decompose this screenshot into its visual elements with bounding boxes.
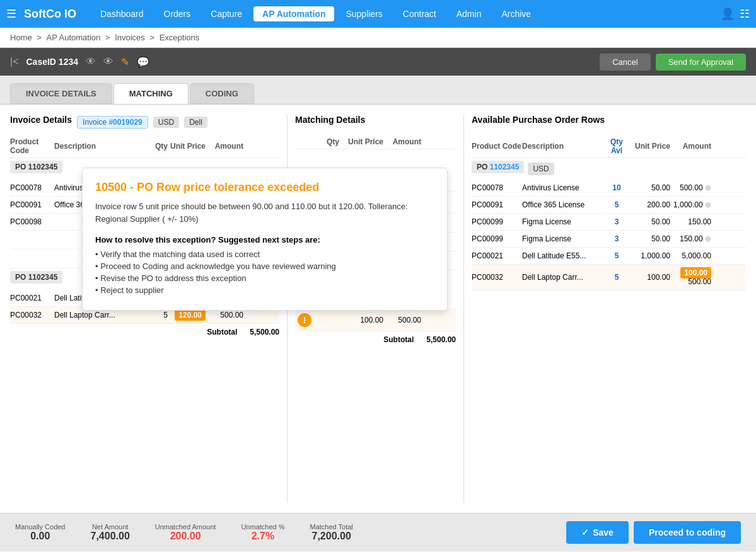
save-button[interactable]: ✓ Save	[566, 521, 629, 544]
nav-dashboard[interactable]: Dashboard	[91, 6, 153, 21]
case-id: CaseID 1234	[26, 57, 79, 67]
nav-admin[interactable]: Admin	[448, 6, 491, 21]
nav-capture[interactable]: Capture	[202, 6, 251, 21]
tab-coding[interactable]: CODING	[190, 83, 254, 104]
subtotal-value: 5,500.00	[250, 328, 279, 336]
net-amount-label: Net Amount	[91, 523, 130, 531]
breadcrumb-sep3: >	[149, 33, 156, 42]
col-m-up: Unit Price	[339, 137, 383, 146]
unmatched-pct-label: Unmatched %	[241, 523, 284, 531]
proceed-to-coding-button[interactable]: Proceed to coding	[634, 521, 741, 544]
po-tag-2: PO 1102345	[10, 271, 62, 284]
available-price-highlight: 100.00	[680, 267, 711, 279]
tooltip-step: Proceed to Coding and acknowledge you ha…	[95, 262, 434, 271]
breadcrumb-ap[interactable]: AP Automation	[47, 33, 101, 42]
stat-manually-coded: Manually Coded 0.00	[15, 523, 66, 542]
stat-unmatched-amount: Unmatched Amount 200.00	[155, 523, 216, 542]
breadcrumb: Home > AP Automation > Invoices > Except…	[0, 28, 756, 48]
eye-icon2[interactable]: 👁	[103, 56, 113, 67]
matching-section-header: Matching Details	[295, 115, 456, 130]
matching-section-title: Matching Details	[295, 115, 365, 125]
subtotal-label: Subtotal	[207, 328, 237, 336]
bottom-bar: Manually Coded 0.00 Net Amount 7,400.00 …	[0, 513, 756, 551]
invoice-section-header: Invoice Details Invoice #0019029 USD Del…	[10, 115, 279, 130]
warning-icon[interactable]: !	[298, 313, 311, 327]
col-amount: Amount	[206, 142, 243, 151]
matching-spacer	[295, 149, 456, 170]
user-icon[interactable]: 👤	[721, 7, 735, 21]
invoice-num: #0019029	[108, 118, 142, 127]
col-av-amt: Amount	[670, 142, 711, 151]
breadcrumb-home[interactable]: Home	[10, 33, 32, 42]
unmatched-pct-value: 2.7%	[241, 531, 284, 542]
tooltip-step: Verify that the matching data used is co…	[95, 250, 434, 259]
nav-archive[interactable]: Archive	[492, 6, 540, 21]
col-description: Description	[54, 142, 142, 151]
cancel-button[interactable]: Cancel	[600, 54, 650, 71]
case-header-actions: Cancel Send for Approval	[600, 54, 746, 71]
tooltip-steps-list: Verify that the matching data used is co…	[95, 250, 434, 295]
breadcrumb-sep1: >	[37, 33, 44, 42]
invoice-table-header: Product Code Description Qty Unit Price …	[10, 135, 279, 158]
breadcrumb-sep2: >	[105, 33, 112, 42]
matched-total-value: 7,200.00	[310, 531, 353, 542]
available-po-table-header: Product Code Description Qty Avl Unit Pr…	[472, 135, 746, 158]
eye-icon[interactable]: 👁	[86, 56, 96, 67]
nav-ap-automation[interactable]: AP Automation	[253, 6, 334, 21]
nav-right-icons: 👤 ☷	[721, 7, 750, 21]
invoice-section-title: Invoice Details	[10, 115, 72, 125]
tooltip-description: Invoice row 5 unit price should be betwe…	[95, 200, 434, 225]
send-approval-button[interactable]: Send for Approval	[656, 54, 746, 71]
matching-subtotal-label: Subtotal	[383, 335, 414, 344]
tooltip-step: Reject to supplier	[95, 285, 434, 295]
available-row: PC00099 Figma License 3 50.00 150.00 ⊕	[472, 231, 746, 248]
col-product-code: Product Code	[10, 137, 54, 155]
available-po-tag: PO 1102345	[472, 161, 524, 173]
col-unit-price: Unit Price	[168, 142, 206, 151]
bottom-actions: ✓ Save Proceed to coding	[566, 521, 741, 544]
available-po-title: Available Purchase Order Rows	[472, 115, 605, 125]
col-av-pc: Product Code	[472, 142, 522, 151]
menu-icon[interactable]: ☰	[6, 7, 16, 21]
manually-coded-value: 0.00	[15, 531, 66, 542]
col-m-qty: Qty	[314, 137, 339, 146]
breadcrumb-exceptions: Exceptions	[160, 33, 200, 42]
nav-suppliers[interactable]: Suppliers	[337, 6, 391, 21]
breadcrumb-invoices[interactable]: Invoices	[115, 33, 145, 42]
logo: SoftCo IO	[24, 8, 76, 21]
invoice-subtotal-row: Subtotal 5,500.00	[10, 324, 279, 340]
col-av-desc: Description	[522, 142, 604, 151]
manually-coded-label: Manually Coded	[15, 523, 66, 531]
logo-text: SoftCo IO	[24, 8, 76, 21]
unmatched-amt-label: Unmatched Amount	[155, 523, 216, 531]
matching-subtotal-value: 5,500.00	[426, 335, 456, 344]
matched-total-label: Matched Total	[310, 523, 353, 531]
nav-contract[interactable]: Contract	[394, 6, 445, 21]
tab-matching[interactable]: MATCHING	[113, 83, 189, 104]
message-icon[interactable]: 💬	[137, 56, 149, 68]
pencil-icon[interactable]: ✎	[121, 56, 129, 68]
available-currency-tag: USD	[528, 163, 554, 175]
invoice-number-badge: Invoice #0019029	[77, 116, 148, 129]
stat-net-amount: Net Amount 7,400.00	[91, 523, 130, 542]
first-icon: |<	[10, 56, 19, 67]
nav-orders[interactable]: Orders	[155, 6, 200, 21]
available-row-highlight: PC00032 Dell Laptop Carr... 5 100.00 100…	[472, 265, 746, 290]
available-row: PC00099 Figma License 3 50.00 150.00	[472, 214, 746, 231]
available-po-tag-row: PO 1102345 USD	[472, 158, 746, 180]
po-tag-1: PO 1102345	[10, 161, 62, 173]
available-row: PC00021 Dell Latitude E55... 5 1,000.00 …	[472, 248, 746, 265]
save-label: Save	[593, 527, 614, 538]
tabs-bar: INVOICE DETAILS MATCHING CODING	[0, 76, 756, 105]
main-content: Invoice Details Invoice #0019029 USD Del…	[0, 105, 756, 513]
available-po-header: Available Purchase Order Rows	[472, 115, 746, 130]
currency-badge: USD	[153, 117, 179, 128]
matching-table-header: Qty Unit Price Amount	[295, 135, 456, 149]
tab-invoice-details[interactable]: INVOICE DETAILS	[10, 83, 112, 104]
case-header: |< CaseID 1234 👁 👁 ✎ 💬 Cancel Send for A…	[0, 48, 756, 76]
price-highlight: 120.00	[175, 309, 206, 321]
grid-icon[interactable]: ☷	[740, 7, 750, 21]
net-amount-value: 7,400.00	[91, 531, 130, 542]
available-row: PC00091 Office 365 License 5 200.00 1,00…	[472, 197, 746, 214]
tooltip-resolve-title: How to resolve this exception? Suggested…	[95, 235, 434, 244]
